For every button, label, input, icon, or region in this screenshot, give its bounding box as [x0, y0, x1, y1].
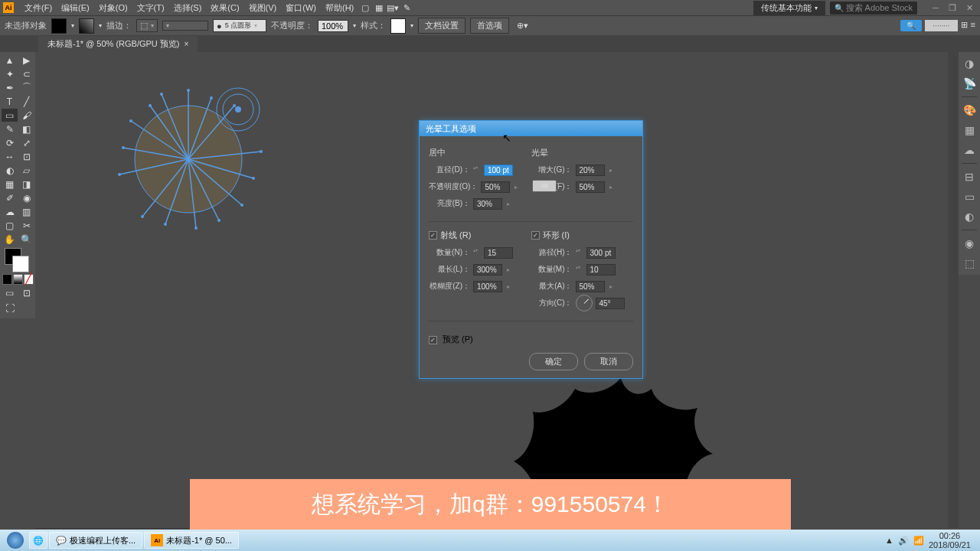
- artboard-tool[interactable]: ▢: [2, 219, 18, 232]
- direction-dial[interactable]: [576, 295, 593, 311]
- stock-button[interactable]: 🔍: [900, 20, 922, 31]
- menu-effect[interactable]: 效果(C): [206, 2, 243, 14]
- rays-longest-input[interactable]: 300%: [473, 264, 502, 276]
- tray-icon[interactable]: 🔊: [898, 536, 909, 546]
- menu-window[interactable]: 窗口(W): [281, 2, 321, 14]
- close-icon[interactable]: ×: [185, 40, 189, 48]
- stock-search[interactable]: ········: [925, 20, 957, 31]
- shape-builder-tool[interactable]: ◐: [2, 164, 18, 177]
- task-app1[interactable]: 💬 极速编程上传客...: [49, 532, 142, 549]
- slice-tool[interactable]: ✂: [18, 219, 34, 232]
- maximize-button[interactable]: ❐: [945, 2, 960, 13]
- line-tool[interactable]: ╱: [18, 95, 34, 108]
- doc-setup-button[interactable]: 文档设置: [418, 18, 466, 34]
- document-tab[interactable]: 未标题-1* @ 50% (RGB/GPU 预览) ×: [38, 36, 198, 52]
- appearance-icon[interactable]: ◐: [961, 208, 978, 225]
- rays-checkbox[interactable]: [429, 231, 437, 240]
- properties-icon[interactable]: ◑: [961, 55, 978, 72]
- diameter-input[interactable]: [484, 165, 513, 176]
- pencil-tool[interactable]: ✎: [2, 122, 18, 135]
- task-browser[interactable]: 🌐: [29, 532, 47, 549]
- task-illustrator[interactable]: Ai未标题-1* @ 50...: [144, 532, 239, 549]
- graph-tool[interactable]: ▥: [18, 205, 34, 218]
- growth-input[interactable]: 20%: [576, 165, 605, 176]
- style-swatch[interactable]: [390, 18, 406, 34]
- width-tool[interactable]: ↔: [2, 150, 18, 163]
- grid-icon[interactable]: ▤▾: [386, 1, 400, 15]
- panel-menu-icon[interactable]: ≡: [971, 20, 975, 31]
- menu-type[interactable]: 文字(T): [132, 2, 169, 14]
- rotate-tool[interactable]: ⟳: [2, 136, 18, 149]
- menu-edit[interactable]: 编辑(E): [57, 2, 94, 14]
- bridge-icon[interactable]: ▢: [358, 1, 372, 15]
- direction-input[interactable]: 45°: [596, 298, 625, 309]
- search-stock[interactable]: 🔍 搜索 Adobe Stock: [830, 2, 917, 15]
- gpu-icon[interactable]: ✎: [400, 1, 413, 15]
- eraser-tool[interactable]: ◧: [18, 122, 34, 135]
- slider-icon[interactable]: ▸: [514, 184, 518, 191]
- menu-select[interactable]: 选择(S): [169, 2, 207, 14]
- color-icon[interactable]: 🎨: [961, 102, 978, 119]
- rectangle-tool[interactable]: ▭: [2, 109, 18, 122]
- arrange-icon[interactable]: ▦: [372, 1, 386, 15]
- curvature-tool[interactable]: ⌒: [18, 81, 34, 94]
- system-tray[interactable]: ▲ 🔊 📶 00:26 2018/09/21: [885, 531, 977, 549]
- clock[interactable]: 00:26 2018/09/21: [929, 531, 971, 549]
- eyedropper-tool[interactable]: ✐: [2, 191, 18, 204]
- scale-tool[interactable]: ⤢: [18, 136, 34, 149]
- stroke-weight[interactable]: ⬚▾: [136, 19, 158, 32]
- tray-icon[interactable]: ▲: [885, 536, 893, 545]
- tray-icon[interactable]: 📶: [913, 536, 924, 546]
- blend-tool[interactable]: ◉: [18, 191, 34, 204]
- libraries-icon[interactable]: 📡: [961, 75, 978, 92]
- edit-mode[interactable]: ⊡: [18, 286, 34, 299]
- ok-button[interactable]: 确定: [529, 353, 578, 370]
- align-icon[interactable]: ⊕▾: [517, 21, 528, 31]
- opacity-field[interactable]: 100%: [318, 20, 348, 32]
- dialog-title[interactable]: 光晕工具选项: [420, 121, 642, 136]
- selection-tool[interactable]: ▲: [2, 54, 18, 67]
- symbols-icon[interactable]: ⊟: [961, 168, 978, 185]
- diameter-spinner[interactable]: ▴▾: [473, 165, 481, 175]
- rays-fuzz-input[interactable]: 100%: [473, 281, 502, 292]
- perspective-tool[interactable]: ▱: [18, 164, 34, 177]
- stroke-swatch[interactable]: [79, 18, 94, 34]
- symbol-tool[interactable]: ☁: [2, 205, 18, 218]
- halo-fuzz-input[interactable]: 50%: [576, 181, 605, 193]
- cancel-button[interactable]: 取消: [584, 353, 633, 370]
- prefs-button[interactable]: 首选项: [470, 18, 509, 34]
- mesh-tool[interactable]: ▦: [2, 178, 18, 191]
- pen-tool[interactable]: ✒: [2, 81, 18, 94]
- gradient-tool[interactable]: ◨: [18, 178, 34, 191]
- menu-help[interactable]: 帮助(H): [321, 2, 358, 14]
- minimize-button[interactable]: ─: [928, 2, 943, 13]
- gradient-mode[interactable]: [13, 274, 23, 285]
- none-mode[interactable]: ╱: [24, 274, 34, 285]
- rings-count-input[interactable]: 10: [586, 264, 616, 276]
- rings-path-input[interactable]: 300 pt: [586, 247, 616, 259]
- rings-checkbox[interactable]: [531, 231, 540, 240]
- color-boxes[interactable]: [2, 248, 34, 272]
- brushes-icon[interactable]: ☁: [961, 142, 978, 158]
- type-tool[interactable]: T: [2, 95, 18, 108]
- change-screen[interactable]: ⛶: [2, 300, 18, 317]
- brush-tool[interactable]: 🖌: [18, 109, 34, 122]
- brush-def[interactable]: ● 5 点圆形▾: [213, 19, 266, 32]
- panel-toggle-icon[interactable]: ⊞: [961, 20, 968, 31]
- color-mode[interactable]: [2, 274, 12, 285]
- stroke-color[interactable]: [12, 256, 29, 272]
- rings-largest-input[interactable]: 50%: [576, 281, 605, 292]
- stroke-icon[interactable]: ▭: [961, 188, 978, 205]
- swatches-icon[interactable]: ▦: [961, 122, 978, 139]
- workspace-switcher[interactable]: 传统基本功能▾: [753, 1, 825, 15]
- brightness-input[interactable]: 30%: [473, 198, 502, 210]
- preview-checkbox[interactable]: [429, 336, 437, 344]
- fill-swatch[interactable]: [51, 18, 67, 34]
- free-transform-tool[interactable]: ⊡: [18, 150, 34, 163]
- close-button[interactable]: ✕: [962, 2, 977, 13]
- stroke-profile[interactable]: ▾: [162, 21, 208, 31]
- menu-view[interactable]: 视图(V): [244, 2, 282, 14]
- direct-selection-tool[interactable]: ▶: [18, 54, 34, 67]
- layers-icon[interactable]: ⬚: [961, 255, 978, 272]
- hand-tool[interactable]: ✋: [2, 233, 18, 246]
